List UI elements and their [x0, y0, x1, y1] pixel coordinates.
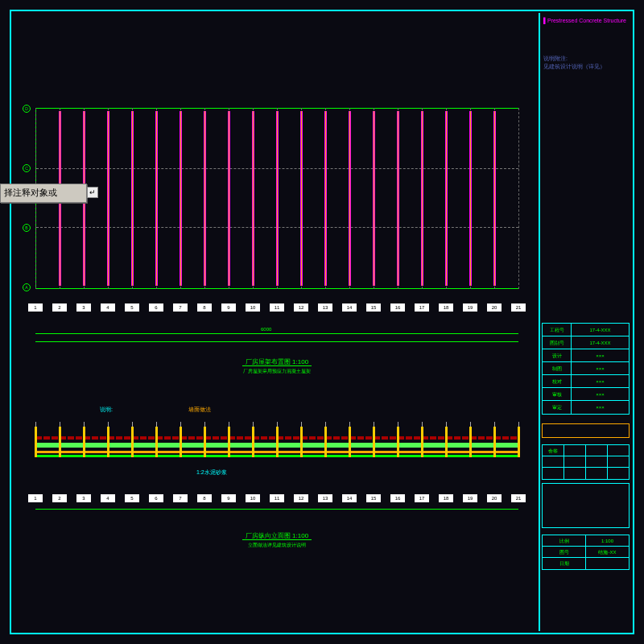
- elev-column-strip: [349, 427, 351, 457]
- sig-cell: [608, 456, 629, 467]
- prompt-enter-icon[interactable]: ↵: [87, 187, 98, 198]
- grid-axis-tag: 4: [101, 303, 115, 312]
- tb-k: 设计: [543, 349, 572, 361]
- elev-grid-tag: 3: [76, 494, 91, 502]
- elev-callout-2: 1:2水泥砂浆: [196, 469, 227, 477]
- grid-axis-tag: 14: [342, 303, 357, 312]
- tb-k: 审定: [543, 401, 572, 414]
- tb-drawing-name-box: [542, 423, 630, 438]
- elev-grid-tag: 11: [270, 494, 284, 502]
- elev-column-strip: [445, 427, 448, 457]
- grid-axis-tag: 3: [76, 303, 91, 312]
- dim-line-overall-2: [35, 341, 518, 342]
- elev-column-strip: [421, 427, 423, 457]
- grid-axis-tag: 13: [318, 303, 332, 312]
- elev-column-strip: [300, 427, 303, 457]
- grid-axis-tag: 17: [415, 303, 429, 312]
- elev-column-strip: [180, 427, 182, 457]
- tb-signature-grid: 会签: [542, 444, 630, 480]
- sig-cell: 会签: [543, 445, 564, 456]
- sig-cell: [564, 456, 586, 467]
- axis-marker-row: A: [23, 283, 31, 291]
- tb-header-text: Prestressed Concrete Structure: [547, 18, 626, 23]
- command-prompt-text: 择注释对象或: [4, 188, 57, 197]
- plan-gridline: [518, 108, 519, 289]
- grid-axis-tag: 20: [487, 303, 502, 312]
- elev-grid-tag: 6: [149, 494, 163, 502]
- tb-v: 17-4-XXX: [572, 336, 629, 349]
- dim-line-overall: [35, 333, 518, 334]
- tb-k: 审核: [543, 388, 572, 400]
- elev-grid-tag: 8: [197, 494, 212, 502]
- grid-axis-tag: 19: [463, 303, 477, 312]
- elev-subtitle: 立面做法详见建筑设计说明: [172, 542, 382, 549]
- title-block-header: ▌Prestressed Concrete Structure: [543, 18, 628, 23]
- tb-info-table: 工程号17-4-XXX 图别号17-4-XXX 设计××× 制图××× 校对××…: [542, 323, 630, 415]
- roof-truss-beam: [421, 111, 423, 286]
- grid-axis-tag: 7: [173, 303, 188, 312]
- plan-scale: 1:100: [292, 358, 308, 365]
- grid-axis-tag: 5: [125, 303, 139, 312]
- elev-column-strip: [35, 427, 37, 457]
- elev-grid-tag: 16: [390, 494, 405, 502]
- grid-axis-tag: 9: [221, 303, 236, 312]
- tb-k: 制图: [543, 362, 572, 374]
- axis-marker-row: D: [23, 105, 31, 113]
- model-space-canvas[interactable]: {"n":20,"x0":30,"w":600,"planTop":120,"p…: [11, 11, 539, 631]
- elev-grid-tag: 17: [415, 494, 429, 502]
- elev-grid-tag: 5: [125, 494, 139, 502]
- sig-cell: [586, 468, 608, 479]
- roof-truss-beam: [131, 111, 134, 286]
- elev-column-strip: [59, 427, 61, 457]
- elev-column-strip: [397, 427, 399, 457]
- roof-truss-beam: [469, 111, 472, 286]
- elev-title-text: 厂房纵向立面图: [246, 532, 291, 539]
- grid-axis-tag: 15: [366, 303, 381, 312]
- sheet-k: 比例: [543, 535, 586, 546]
- elev-grid-tag: 19: [463, 494, 477, 502]
- elev-scale: 1:100: [292, 532, 308, 539]
- roof-truss-beam: [204, 111, 206, 286]
- roof-truss-beam: [107, 111, 109, 286]
- grid-axis-tag: 18: [439, 303, 453, 312]
- roof-truss-beam: [276, 111, 279, 286]
- elev-column-strip: [276, 427, 279, 457]
- sig-cell: [564, 445, 586, 456]
- grid-axis-tag: 2: [52, 303, 67, 312]
- elev-column-strip: [228, 427, 230, 457]
- elev-column-strip: [107, 427, 109, 457]
- elev-grid-tag: 7: [173, 494, 188, 502]
- tb-v: ×××: [572, 362, 629, 374]
- sheet-k: 日期: [543, 558, 586, 569]
- tb-k: 工程号: [543, 324, 572, 336]
- grid-axis-tag: 8: [197, 303, 212, 312]
- elev-grid-tag: 4: [101, 494, 115, 502]
- sig-cell: [564, 468, 586, 479]
- tb-sheet-info: 比例1:100 图号结施-XX 日期: [542, 535, 630, 570]
- sig-cell: [586, 456, 608, 467]
- elev-grid-tag: 13: [318, 494, 332, 502]
- elev-grid-tag: 9: [221, 494, 236, 502]
- title-block: ▌Prestressed Concrete Structure 说明附注: 见建…: [540, 13, 631, 631]
- elev-grid-tag: 12: [294, 494, 308, 502]
- dim-overall-value: 6000: [261, 327, 271, 332]
- elev-column-strip: [373, 427, 375, 457]
- elevation-view-title: 厂房纵向立面图 1:100 立面做法详见建筑设计说明: [172, 531, 382, 549]
- plan-subtitle: 厂房屋架采用预应力混凝土屋架: [172, 368, 382, 375]
- elev-dim-line: [35, 509, 518, 510]
- roof-truss-beam: [228, 111, 230, 286]
- elev-label-top: 说明:: [100, 406, 113, 414]
- command-prompt-tooltip[interactable]: 择注释对象或: [0, 184, 87, 203]
- elev-grid-tag: 2: [52, 494, 67, 502]
- elev-column-strip: [493, 427, 496, 457]
- elev-grid-tag: 18: [439, 494, 453, 502]
- sig-cell: [608, 468, 629, 479]
- sheet-v: 1:100: [586, 535, 629, 546]
- grid-axis-tag: 11: [270, 303, 284, 312]
- elev-column-strip: [204, 427, 206, 457]
- elev-column-strip: [131, 427, 134, 457]
- elev-column-strip: [252, 427, 254, 457]
- grid-axis-tag: 21: [511, 303, 526, 312]
- roof-truss-beam: [300, 111, 303, 286]
- tb-v: ×××: [572, 349, 629, 361]
